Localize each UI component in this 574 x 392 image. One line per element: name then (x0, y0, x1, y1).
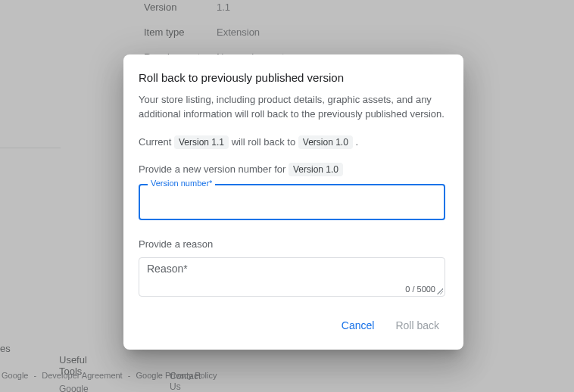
reason-section-label: Provide a reason (139, 238, 445, 250)
cancel-button[interactable]: Cancel (335, 313, 381, 338)
period: . (355, 136, 358, 148)
provide-version-prefix: Provide a new version number for (139, 163, 285, 175)
current-prefix: Current (139, 136, 171, 148)
reason-field[interactable]: 0 / 5000 (139, 257, 445, 297)
dialog-actions: Cancel Roll back (139, 300, 445, 338)
target-version-chip: Version 1.0 (298, 135, 353, 149)
version-number-field[interactable]: Version number* (139, 184, 445, 220)
rollback-dialog: Roll back to previously published versio… (123, 54, 463, 350)
dialog-title: Roll back to previously published versio… (139, 71, 445, 84)
current-version-chip: Version 1.1 (174, 135, 229, 149)
rollback-button[interactable]: Roll back (389, 313, 445, 338)
dialog-description: Your store listing, including product de… (139, 93, 445, 122)
version-number-label: Version number* (148, 179, 215, 188)
target-version-chip-2: Version 1.0 (289, 163, 343, 176)
dialog-current-line: Current Version 1.1 will roll back to Ve… (139, 135, 445, 149)
reason-char-count: 0 / 5000 (405, 285, 435, 294)
resize-handle-icon[interactable] (437, 288, 443, 294)
rollback-mid-text: will roll back to (232, 136, 296, 148)
reason-textarea[interactable] (147, 263, 437, 287)
version-number-input[interactable] (140, 185, 444, 219)
provide-version-line: Provide a new version number for Version… (139, 163, 445, 176)
